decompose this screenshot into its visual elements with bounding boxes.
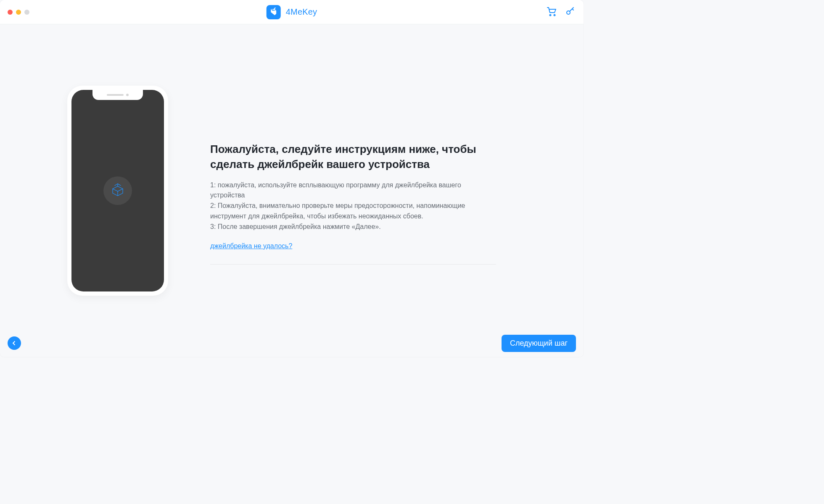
svg-point-1 [554, 14, 555, 16]
page-heading: Пожалуйста, следуйте инструкциям ниже, ч… [210, 142, 496, 171]
jailbreak-failed-link[interactable]: джейлбрейка не удалось? [210, 242, 292, 250]
phone-mockup [67, 86, 168, 296]
minimize-window-button[interactable] [16, 10, 21, 15]
phone-illustration-column [42, 86, 193, 296]
content-area: Пожалуйста, следуйте инструкциям ниже, ч… [0, 24, 584, 357]
instructions-column: Пожалуйста, следуйте инструкциям ниже, ч… [210, 117, 496, 264]
cart-icon[interactable] [547, 6, 557, 18]
phone-camera [126, 94, 129, 96]
close-window-button[interactable] [8, 10, 13, 15]
instruction-step-2: 2: Пожалуйста, внимательно проверьте мер… [210, 201, 496, 222]
phone-screen [71, 90, 164, 291]
footer-bar: Следующий шаг [0, 329, 584, 357]
next-step-button[interactable]: Следующий шаг [502, 335, 576, 352]
app-window: 4MeKey [0, 0, 584, 357]
app-title: 4MeKey [286, 7, 317, 17]
jailbreak-box-icon [103, 176, 132, 205]
key-icon[interactable] [565, 6, 575, 18]
titlebar: 4MeKey [0, 0, 584, 24]
section-divider [210, 264, 496, 265]
svg-point-0 [550, 14, 551, 16]
phone-notch [92, 90, 143, 100]
titlebar-right [547, 6, 575, 18]
back-button[interactable] [8, 336, 21, 350]
instruction-step-1: 1: пожалуйста, используйте всплывающую п… [210, 180, 496, 201]
phone-speaker [107, 94, 124, 96]
title-center: 4MeKey [267, 5, 317, 19]
app-logo-icon [267, 5, 281, 19]
instruction-step-3: 3: После завершения джейлбрейка нажмите … [210, 222, 496, 232]
zoom-window-button[interactable] [24, 10, 29, 15]
window-controls [8, 10, 29, 15]
